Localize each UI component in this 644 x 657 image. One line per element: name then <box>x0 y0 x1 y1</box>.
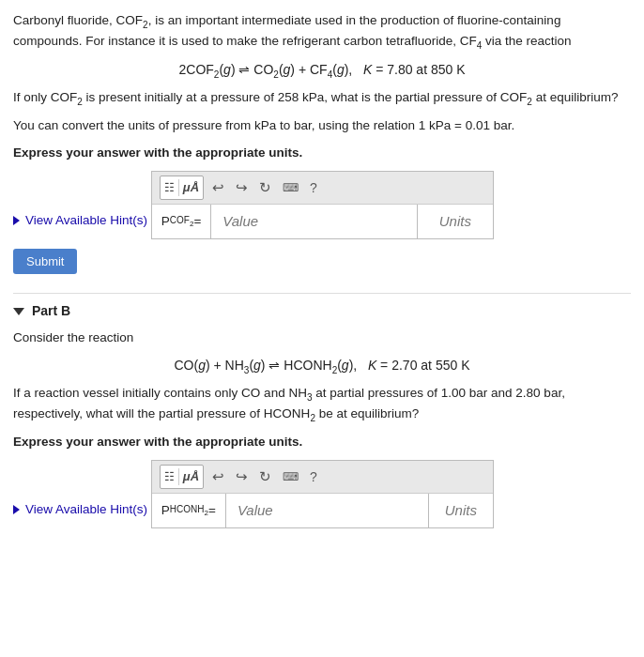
hint-text-b: View Available Hint(s) <box>25 500 147 519</box>
answer-label-a: PCOF2 = <box>152 205 211 239</box>
redo-button-a[interactable]: ↪ <box>233 178 251 197</box>
input-row-b: PHCONH2 = Units <box>152 494 493 528</box>
part-b-arrow[interactable] <box>13 308 24 315</box>
value-input-a[interactable] <box>211 205 418 239</box>
hint-text-a: View Available Hint(s) <box>25 211 147 230</box>
part-b-title: Part B <box>32 301 70 321</box>
question-b: If a reaction vessel initially contains … <box>13 384 631 425</box>
part-divider <box>13 293 631 294</box>
help-button-a[interactable]: ? <box>307 179 320 196</box>
express-text-b: Express your answer with the appropriate… <box>13 433 631 452</box>
part-a-section: Carbonyl fluoride, COF2, is an important… <box>13 11 631 283</box>
mu-icon-a[interactable]: μÅ <box>181 178 199 197</box>
icon-group-a: ☷ μÅ <box>160 176 204 200</box>
convert-text: You can convert the units of pressure fr… <box>13 116 631 136</box>
part-b-section: Part B Consider the reaction CO(g) + NH3… <box>13 301 631 528</box>
refresh-button-b[interactable]: ↻ <box>256 467 274 486</box>
grid-icon-b[interactable]: ☷ <box>164 468 179 485</box>
answer-box-b: ☷ μÅ ↩ ↪ ↻ ⌨ ? PHCONH2 = Units <box>151 460 494 528</box>
icon-group-b: ☷ μÅ <box>160 465 204 489</box>
submit-button[interactable]: Submit <box>13 249 77 274</box>
units-display-b: Units <box>429 494 493 528</box>
undo-button-a[interactable]: ↩ <box>209 178 227 197</box>
answer-box-a: ☷ μÅ ↩ ↪ ↻ ⌨ ? PCOF2 = Units <box>151 171 494 239</box>
question-a: If only COF2 is present initially at a p… <box>13 88 631 109</box>
express-text-a: Express your answer with the appropriate… <box>13 144 631 163</box>
refresh-button-a[interactable]: ↻ <box>256 178 274 197</box>
toolbar-a: ☷ μÅ ↩ ↪ ↻ ⌨ ? <box>152 172 493 205</box>
value-input-b[interactable] <box>226 494 429 528</box>
part-a-intro: Carbonyl fluoride, COF2, is an important… <box>13 11 631 53</box>
mu-icon-b[interactable]: μÅ <box>181 467 199 486</box>
hint-link-a[interactable]: View Available Hint(s) <box>13 211 147 230</box>
input-row-a: PCOF2 = Units <box>152 205 493 239</box>
hint-arrow-a <box>13 216 20 225</box>
answer-label-b: PHCONH2 = <box>152 494 226 528</box>
consider-text: Consider the reaction <box>13 328 631 348</box>
units-display-a: Units <box>418 205 493 239</box>
keyboard-button-b[interactable]: ⌨ <box>280 469 301 484</box>
undo-button-b[interactable]: ↩ <box>209 467 227 486</box>
hint-arrow-b <box>13 505 20 514</box>
reaction-a: 2COF2(g) ⇌ CO2(g) + CF4(g), K = 7.80 at … <box>13 60 631 82</box>
keyboard-button-a[interactable]: ⌨ <box>280 180 301 195</box>
help-button-b[interactable]: ? <box>307 468 320 485</box>
reaction-b: CO(g) + NH3(g) ⇌ HCONH2(g), K = 2.70 at … <box>13 356 631 377</box>
hint-link-b[interactable]: View Available Hint(s) <box>13 500 147 519</box>
grid-icon-a[interactable]: ☷ <box>164 179 179 196</box>
toolbar-b: ☷ μÅ ↩ ↪ ↻ ⌨ ? <box>152 461 493 494</box>
part-b-label-row: Part B <box>13 301 631 321</box>
redo-button-b[interactable]: ↪ <box>233 467 251 486</box>
